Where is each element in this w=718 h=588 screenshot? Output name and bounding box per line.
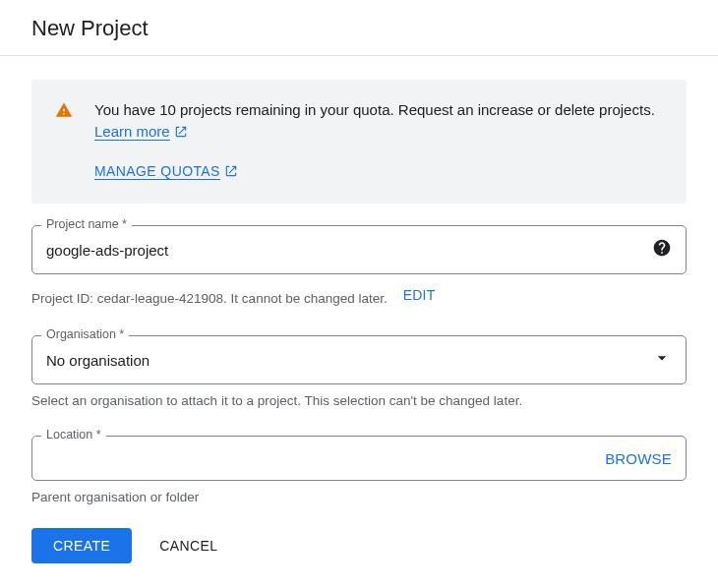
warning-icon [55, 99, 73, 182]
project-name-field[interactable] [31, 225, 687, 274]
form-content: You have 10 projects remaining in your q… [0, 56, 718, 583]
location-field-group: Location * BROWSE Parent organisation or… [31, 436, 687, 506]
organisation-value: No organisation [46, 352, 150, 369]
learn-more-link[interactable]: Learn more [94, 123, 170, 141]
external-link-icon [174, 123, 188, 145]
create-button[interactable]: CREATE [31, 528, 132, 563]
manage-quotas-row: MANAGE QUOTAS [94, 162, 663, 182]
project-id-helper: Project ID: cedar-league-421908. It cann… [31, 282, 687, 308]
location-field[interactable]: BROWSE [31, 436, 687, 481]
quota-body: You have 10 projects remaining in your q… [94, 99, 663, 182]
page-title: New Project [31, 16, 687, 41]
location-helper: Parent organisation or folder [31, 489, 687, 506]
project-name-input[interactable] [46, 242, 652, 259]
chevron-down-icon [652, 348, 672, 372]
project-name-field-group: Project name * Project ID: cedar-league-… [31, 225, 687, 308]
location-input[interactable] [46, 450, 605, 467]
project-name-label: Project name * [41, 217, 132, 231]
quota-message: You have 10 projects remaining in your q… [94, 99, 663, 145]
organisation-select[interactable]: No organisation [31, 335, 687, 384]
edit-project-id-link[interactable]: EDIT [403, 287, 436, 303]
quota-message-text: You have 10 projects remaining in your q… [94, 101, 655, 118]
organisation-label: Organisation * [41, 327, 129, 341]
location-label: Location * [41, 428, 106, 441]
page-header: New Project [0, 0, 718, 56]
cancel-button[interactable]: CANCEL [159, 538, 217, 554]
organisation-helper: Select an organisation to attach it to a… [31, 392, 687, 410]
project-id-text: Project ID: cedar-league-421908. It cann… [31, 290, 388, 308]
manage-quotas-link[interactable]: MANAGE QUOTAS [94, 163, 220, 180]
quota-banner: You have 10 projects remaining in your q… [31, 80, 687, 204]
help-icon[interactable] [652, 238, 672, 262]
organisation-field-group: Organisation * No organisation Select an… [31, 335, 687, 410]
action-bar: CREATE CANCEL [31, 528, 687, 563]
browse-button[interactable]: BROWSE [605, 450, 672, 467]
external-link-icon [224, 164, 238, 182]
